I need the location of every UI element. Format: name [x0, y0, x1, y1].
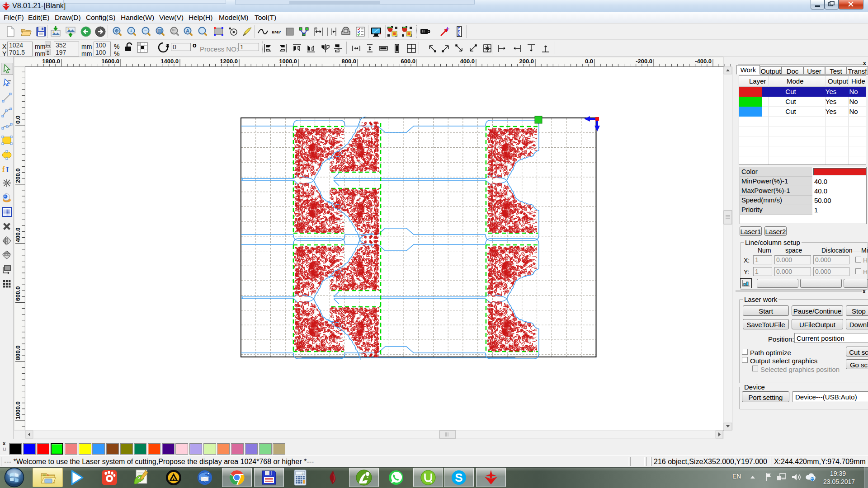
svg-text:-200.0: -200.0 [636, 58, 652, 65]
svg-text:f: f [2, 165, 5, 173]
svg-text:800.0: 800.0 [341, 58, 356, 65]
svg-text:S: S [455, 471, 462, 484]
svg-text:200.0: 200.0 [519, 58, 534, 65]
svg-text:600.0: 600.0 [14, 286, 21, 301]
svg-text:200.0: 200.0 [14, 168, 21, 183]
svg-text:1600.0: 1600.0 [101, 58, 119, 65]
svg-text:400.0: 400.0 [460, 58, 475, 65]
svg-text:+: + [130, 28, 132, 33]
svg-text:1000.0: 1000.0 [279, 58, 297, 65]
svg-text:I: I [6, 165, 9, 174]
svg-text:▤: ▤ [157, 28, 162, 33]
svg-text:0.0: 0.0 [14, 116, 21, 124]
svg-text:800.0: 800.0 [14, 345, 21, 360]
svg-text:A: A [186, 28, 189, 33]
svg-text:BMP: BMP [272, 30, 281, 34]
svg-text:1200.0: 1200.0 [220, 58, 238, 65]
svg-text:0.0: 0.0 [585, 58, 593, 65]
svg-text:600.0: 600.0 [401, 58, 415, 65]
svg-text:1800.0: 1800.0 [42, 58, 60, 65]
svg-text:400.0: 400.0 [14, 227, 21, 242]
svg-text:1400.0: 1400.0 [160, 58, 179, 65]
svg-text:1000.0: 1000.0 [14, 401, 21, 419]
svg-text:-400.0: -400.0 [695, 58, 712, 65]
svg-text:−: − [144, 28, 147, 33]
